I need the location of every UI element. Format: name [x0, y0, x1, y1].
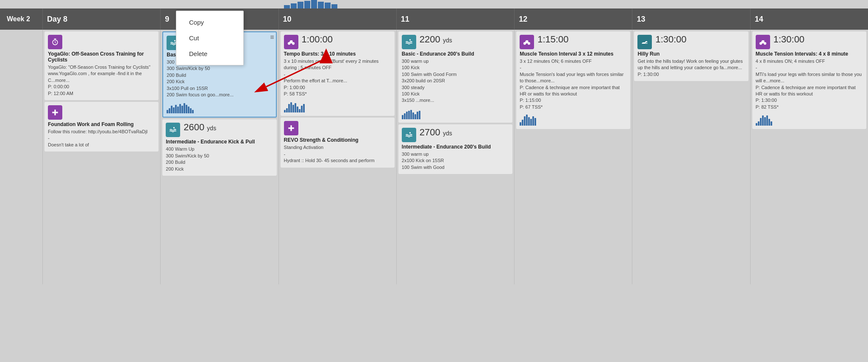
card-revo[interactable]: REVO Strength & Conditioning Standing Ac… [281, 118, 395, 167]
svg-point-12 [528, 42, 530, 45]
run-icon [637, 35, 652, 49]
yogaglo-icon [48, 35, 62, 49]
week-label-col [0, 30, 42, 284]
day-9-num: 9 [165, 15, 169, 24]
intermediate-200-metric: 2700 yds [420, 128, 452, 137]
header-day-13: 13 [632, 8, 750, 30]
card-hilly-run-header: 1:30:00 [637, 35, 745, 49]
yogaglo-body: YogaGlo: "Off-Season Cross Training for … [48, 64, 155, 97]
card-muscle-tension-2[interactable]: 1:30:00 Muscle Tension Intervals: 4 x 8 … [752, 31, 866, 129]
card-muscle-tension-header: 1:15:00 [520, 35, 627, 49]
top-bar-5 [311, 0, 317, 8]
svg-point-14 [764, 42, 766, 45]
card-intermediate[interactable]: 2600 yds Intermediate - Endurance Kick &… [162, 119, 276, 176]
card-muscle-tension[interactable]: 1:15:00 Muscle Tension Interval 3 x 12 m… [516, 31, 630, 129]
header-day-8: Day 8 [42, 8, 160, 30]
svg-point-3 [174, 40, 175, 41]
top-bar-3 [298, 2, 303, 8]
context-menu-cut[interactable]: Cut [176, 30, 243, 46]
muscle-tension-metric: 1:15:00 [537, 35, 568, 44]
svg-rect-2 [52, 112, 58, 113]
bike-icon-3 [756, 35, 770, 49]
basic-200-chart [402, 107, 509, 119]
intermediate-body: 400 Warm Up300 Swim/Kick by 50200 Build2… [166, 146, 273, 172]
intermediate-title: Intermediate - Endurance Kick & Pull [166, 139, 273, 145]
card-hilly-run[interactable]: 1:30:00 Hilly Run Get into the hills tod… [634, 31, 748, 81]
tempo-body: 3 x 10 minutes on w/ a 'Burst' every 2 m… [284, 58, 391, 97]
svg-point-9 [409, 39, 411, 40]
card-intermediate-200-header: 2700 yds [402, 128, 509, 142]
revo-title: REVO Strength & Conditioning [284, 137, 391, 143]
muscle-tension-2-metric: 1:30:00 [773, 35, 804, 44]
calendar-header: Week 2 Day 8 9 10 11 12 13 14 [0, 8, 868, 30]
card-intermediate-200[interactable]: 2700 yds Intermediate - Endurance 200's … [398, 124, 512, 174]
week-label: Week 2 [0, 8, 42, 30]
header-day-12: 12 [514, 8, 632, 30]
day-8-num: Day 8 [47, 15, 67, 24]
tempo-metric: 1:00:00 [302, 35, 333, 44]
card-tempo[interactable]: 1:00:00 Tempo Bursts: 3 x 10 minutes 3 x… [281, 31, 395, 116]
strength-icon [284, 121, 298, 135]
header-day-11: 11 [396, 8, 514, 30]
top-bar-1 [284, 5, 290, 8]
intermediate-200-title: Intermediate - Endurance 200's Build [402, 144, 509, 150]
day-8-column: YogaGlo: Off-Season Cross Training for C… [42, 30, 160, 284]
card-yogaglo[interactable]: YogaGlo: Off-Season Cross Training for C… [45, 31, 159, 100]
context-menu-copy[interactable]: Copy [176, 14, 243, 30]
svg-point-4 [173, 127, 175, 129]
swim-icon-4 [402, 128, 416, 142]
day-12-num: 12 [519, 15, 527, 24]
tempo-chart [284, 100, 391, 112]
foundation-title: Foundation Work and Foam Rolling [48, 121, 155, 127]
header-day-10: 10 [278, 8, 396, 30]
muscle-tension-2-title: Muscle Tension Intervals: 4 x 8 minute [756, 51, 863, 57]
svg-rect-8 [288, 128, 294, 129]
top-chart-area [0, 0, 868, 8]
top-bar-4 [304, 1, 310, 8]
swim-icon-3 [402, 35, 416, 49]
muscle-tension-body: 3 x 12 minutes ON; 6 minutes OFF-Muscle … [520, 58, 627, 110]
day-10-column: 1:00:00 Tempo Bursts: 3 x 10 minutes 3 x… [278, 30, 396, 284]
context-menu-delete[interactable]: Delete [176, 46, 243, 62]
intermediate-metric: 2600 yds [184, 123, 216, 132]
page-wrapper: Week 2 Day 8 9 10 11 12 13 14 [0, 0, 868, 284]
hilly-run-body: Get into the hills today! Work on feelin… [637, 58, 745, 78]
intermediate-200-body: 300 warm up2x100 Kick on 15SR100 Swim wi… [402, 151, 509, 171]
foundation-body: Follow this routine: http://youtu.be/4BO… [48, 129, 155, 148]
card-yogaglo-header [48, 35, 155, 49]
card-tempo-header: 1:00:00 [284, 35, 391, 49]
card-menu-button[interactable]: ≡ [270, 34, 274, 41]
week-label-text: Week 2 [7, 15, 30, 23]
day-13-column: 1:30:00 Hilly Run Get into the hills tod… [632, 30, 750, 284]
top-bar-8 [331, 4, 337, 8]
tempo-title: Tempo Bursts: 3 x 10 minutes [284, 51, 391, 57]
bike-icon-1 [284, 35, 298, 49]
card-muscle-tension-2-header: 1:30:00 [756, 35, 863, 49]
day-13-num: 13 [637, 15, 645, 24]
day-14-column: 1:30:00 Muscle Tension Intervals: 4 x 8 … [750, 30, 868, 284]
hilly-run-title: Hilly Run [637, 51, 745, 57]
day-12-column: 1:15:00 Muscle Tension Interval 3 x 12 m… [514, 30, 632, 284]
day-14-num: 14 [755, 15, 763, 24]
swim-icon-2 [166, 123, 180, 137]
basic-200-body: 300 warm up100 Kick100 Swim with Good Fo… [402, 58, 509, 104]
top-bar-7 [325, 3, 331, 8]
muscle-tension-2-chart [756, 113, 863, 126]
svg-point-6 [292, 42, 294, 45]
card-foundation[interactable]: Foundation Work and Foam Rolling Follow … [45, 102, 159, 152]
card-basic-200[interactable]: 2200 yds Basic - Endurance 200's Build 3… [398, 31, 512, 123]
card-basic-200-header: 2200 yds [402, 35, 509, 49]
basic-200-title: Basic - Endurance 200's Build [402, 51, 509, 57]
card-intermediate-header: 2600 yds [166, 123, 273, 137]
revo-body: Standing Activation-Hydrant :: Hold 30- … [284, 144, 391, 164]
hilly-run-metric: 1:30:00 [655, 35, 686, 44]
top-bar-2 [291, 3, 297, 8]
muscle-tension-2-body: 4 x 8 minutes ON; 4 minutes OFF-MTi's lo… [756, 58, 863, 110]
day-11-num: 11 [401, 15, 409, 24]
muscle-tension-chart [520, 113, 627, 126]
basic-endurance-chart [167, 101, 272, 113]
context-menu: Copy Cut Delete [176, 11, 244, 65]
foundation-icon [48, 105, 62, 120]
calendar-body: YogaGlo: Off-Season Cross Training for C… [0, 30, 868, 284]
day-9-column: ≡ 2100 yds Basic - Endurance Kick & Pull… [160, 30, 278, 284]
